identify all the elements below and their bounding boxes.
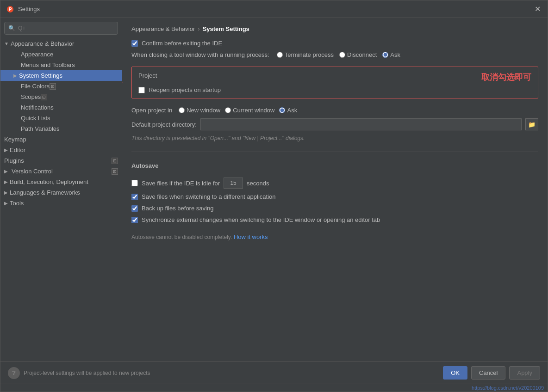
reopen-projects-label[interactable]: Reopen projects on startup [149,86,221,93]
sidebar-item-label: Menus and Toolbars [21,61,75,68]
bottom-bar: ? Project-level settings will be applied… [0,361,548,384]
sidebar-item-keymap[interactable]: Keymap [0,134,122,145]
bottom-hint: Project-level settings will be applied t… [24,370,439,376]
sidebar-item-system-settings[interactable]: ▶ System Settings [0,70,122,81]
close-button[interactable]: ✕ [533,5,542,14]
confirm-exit-label[interactable]: Confirm before exiting the IDE [142,40,222,47]
radio-ask-open[interactable]: Ask [279,107,297,114]
idle-save-checkbox[interactable] [131,180,138,186]
radio-disconnect-label: Disconnect [347,51,377,58]
browse-button[interactable]: 📁 [525,118,538,130]
url-bar: https://blog.csdn.net/v20200109 [0,384,548,392]
annotation-text: 取消勾选即可 [481,72,531,83]
breadcrumb-separator: › [198,25,199,32]
save-switching-row: Save files when switching to a different… [131,193,538,200]
sidebar-group-label: Version Control [12,168,53,175]
sidebar-item-file-colors[interactable]: File Colors ⊡ [0,81,122,92]
main-content: Appearance & Behavior › System Settings … [122,18,548,361]
project-section: Project 取消勾选即可 Reopen projects on startu… [131,67,538,98]
project-section-wrapper: Project 取消勾选即可 Reopen projects on startu… [131,63,538,102]
idle-save-label[interactable]: Save files if the IDE is idle for [142,180,220,187]
version-control-badge: ⊡ [112,168,118,175]
search-box[interactable]: 🔍 [4,22,118,35]
sidebar-group-label: Tools [10,200,24,207]
radio-disconnect[interactable]: Disconnect [339,51,377,58]
idle-save-row: Save files if the IDE is idle for second… [131,178,538,189]
backup-label[interactable]: Back up files before saving [142,205,213,212]
sidebar-item-label: Quick Lists [21,115,50,122]
confirm-exit-checkbox[interactable] [131,40,138,47]
sidebar-group-label: Languages & Frameworks [10,189,80,196]
dir-hint: This directory is preselected in "Open..… [131,135,538,141]
section-divider [131,152,538,152]
sidebar-item-quick-lists[interactable]: Quick Lists [0,113,122,123]
folder-icon: 📁 [528,121,536,128]
apply-button[interactable]: Apply [509,366,540,380]
search-input[interactable] [18,25,114,31]
confirm-exit-row: Confirm before exiting the IDE [131,40,538,47]
ok-button[interactable]: OK [443,366,467,380]
autosave-note-row: Autosave cannot be disabled completely. … [131,233,538,240]
sidebar-item-tools[interactable]: ▶ Tools [0,198,122,208]
sidebar-item-languages-frameworks[interactable]: ▶ Languages & Frameworks [0,187,122,198]
breadcrumb: Appearance & Behavior › System Settings [131,25,538,32]
sidebar-item-scopes[interactable]: Scopes ⊡ [0,92,122,102]
cancel-button[interactable]: Cancel [471,366,505,380]
help-button[interactable]: ? [8,367,20,379]
autosave-note: Autosave cannot be disabled completely. [131,234,232,240]
sidebar-item-notifications[interactable]: Notifications [0,102,122,113]
radio-terminate[interactable]: Terminate process [277,51,334,58]
sync-label[interactable]: Synchronize external changes when switch… [142,216,380,223]
how-it-works-link[interactable]: How it works [234,233,268,240]
sidebar-item-label: File Colors [21,83,50,90]
sidebar-item-appearance[interactable]: Appearance [0,49,122,60]
sidebar-item-label: Appearance [21,51,53,58]
url-text: https://blog.csdn.net/v20200109 [472,385,544,391]
settings-window: P Settings ✕ 🔍 ▼ Appearance & Behavior A… [0,0,548,392]
file-colors-badge: ⊡ [50,83,56,90]
radio-current-window[interactable]: Current window [225,107,274,114]
bottom-area: ? Project-level settings will be applied… [0,361,548,392]
sidebar-item-plugins[interactable]: Plugins ⊡ [0,155,122,166]
sidebar-group-label: Build, Execution, Deployment [10,178,88,185]
radio-terminate-label: Terminate process [285,51,334,58]
reopen-projects-checkbox[interactable] [138,87,145,93]
sidebar-item-label: System Settings [19,72,62,79]
save-switching-label[interactable]: Save files when switching to a different… [142,193,276,200]
svg-text:P: P [9,7,12,12]
sidebar-item-path-variables[interactable]: Path Variables [0,123,122,134]
closing-tool-window-label: When closing a tool window with a runnin… [131,51,269,58]
idle-seconds-label: seconds [247,180,269,187]
sidebar-item-version-control[interactable]: ▶ Version Control ⊡ [0,166,122,177]
default-dir-input[interactable] [200,118,522,130]
chevron-right-icon: ▶ [4,147,8,153]
idle-seconds-input[interactable] [224,178,243,189]
sidebar-item-editor[interactable]: ▶ Editor [0,145,122,155]
sidebar-item-build-execution[interactable]: ▶ Build, Execution, Deployment [0,177,122,187]
default-dir-row: Default project directory: 📁 [131,118,538,130]
sidebar-item-menus-toolbars[interactable]: Menus and Toolbars [0,60,122,70]
app-icon: P [6,5,14,13]
chevron-down-icon: ▼ [4,41,9,46]
chevron-right-icon: ▶ [4,201,8,206]
backup-checkbox[interactable] [131,205,138,212]
save-switching-checkbox[interactable] [131,194,138,200]
sidebar-item-appearance-behavior[interactable]: ▼ Appearance & Behavior [0,38,122,49]
sidebar-item-label: Path Variables [21,125,60,132]
sync-row: Synchronize external changes when switch… [131,216,538,223]
autosave-header: Autosave [131,162,538,169]
sync-checkbox[interactable] [131,217,138,223]
chevron-right-icon: ▶ [4,169,8,174]
project-header-row: Project 取消勾选即可 [138,72,531,83]
settings-section: Confirm before exiting the IDE When clos… [131,40,538,240]
window-title: Settings [18,6,533,12]
sidebar-group-label: Appearance & Behavior [11,40,74,47]
reopen-projects-row: Reopen projects on startup [138,86,531,93]
radio-new-window[interactable]: New window [179,107,220,114]
radio-new-window-label: New window [187,107,220,114]
project-label: Project [138,72,157,79]
chevron-right-icon: ▶ [13,73,17,78]
radio-ask-close[interactable]: Ask [382,51,400,58]
closing-tool-window-row: When closing a tool window with a runnin… [131,51,538,58]
radio-ask-open-label: Ask [287,107,297,114]
